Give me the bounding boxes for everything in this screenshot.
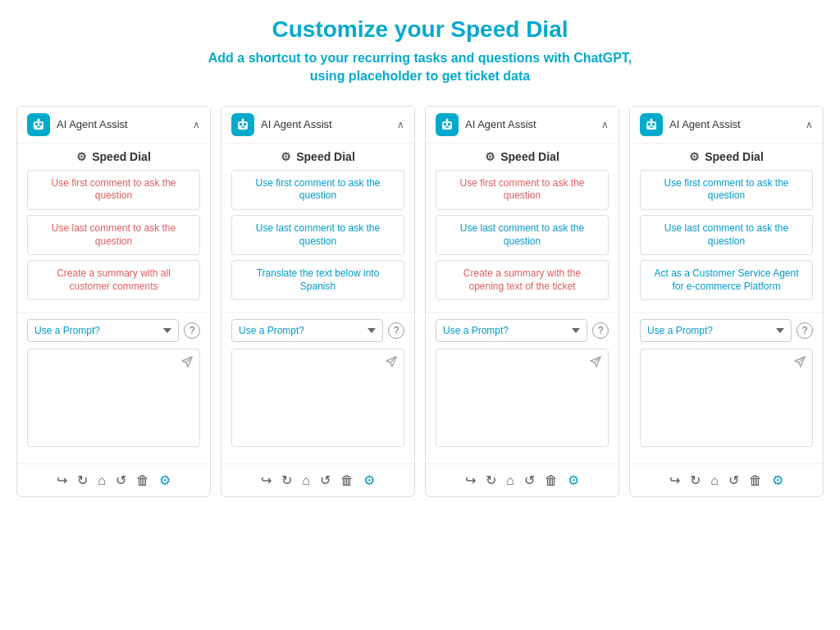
prompt-select[interactable]: Use a Prompt? <box>231 319 383 342</box>
agent-label: AI Agent Assist <box>669 118 741 130</box>
agent-icon <box>231 113 254 136</box>
speed-dial-section: ⚙Speed DialUse first comment to ask the … <box>630 144 823 313</box>
history-button[interactable]: ↺ <box>727 471 741 490</box>
speed-dial-section: ⚙Speed DialUse first comment to ask the … <box>17 144 210 313</box>
refresh-button[interactable]: ↻ <box>75 471 89 490</box>
delete-button[interactable]: 🗑 <box>339 472 355 490</box>
settings-button[interactable]: ⚙ <box>770 471 785 490</box>
forward-button[interactable]: ↪ <box>55 471 69 490</box>
action-bar: ↪↻⌂↺🗑⚙ <box>17 463 210 496</box>
agent-icon <box>27 113 50 136</box>
home-button[interactable]: ⌂ <box>300 472 312 490</box>
forward-button[interactable]: ↪ <box>668 471 682 490</box>
column-3: AI Agent Assist∧⚙Speed DialUse first com… <box>425 106 619 498</box>
speed-dial-item-2[interactable]: Use last comment to ask the question <box>27 215 200 255</box>
svg-rect-21 <box>650 126 653 128</box>
speed-dial-title: ⚙Speed Dial <box>27 150 200 163</box>
prompt-section: Use a Prompt?? <box>426 313 619 463</box>
page-subtitle: Add a shortcut to your recurring tasks a… <box>16 49 824 86</box>
speed-dial-item-3[interactable]: Create a summary with the opening text o… <box>436 260 609 300</box>
send-icon[interactable] <box>180 355 194 371</box>
prompt-select[interactable]: Use a Prompt? <box>436 319 587 342</box>
svg-rect-0 <box>34 121 43 130</box>
svg-rect-15 <box>445 126 449 128</box>
help-button[interactable]: ? <box>388 322 404 339</box>
svg-rect-8 <box>244 123 246 126</box>
action-bar: ↪↻⌂↺🗑⚙ <box>630 463 823 496</box>
svg-rect-12 <box>442 121 452 130</box>
refresh-button[interactable]: ↻ <box>688 471 702 490</box>
agent-label: AI Agent Assist <box>465 118 536 130</box>
forward-button[interactable]: ↪ <box>463 471 477 490</box>
history-button[interactable]: ↺ <box>523 471 536 490</box>
agent-label: AI Agent Assist <box>261 118 332 130</box>
agent-icon <box>436 113 459 136</box>
help-button[interactable]: ? <box>184 322 200 339</box>
speed-dial-item-2[interactable]: Use last comment to ask the question <box>231 215 404 255</box>
prompt-textarea[interactable] <box>436 349 609 447</box>
collapse-button[interactable]: ∧ <box>397 119 404 130</box>
page-title: Customize your Speed Dial <box>16 16 824 43</box>
history-button[interactable]: ↺ <box>114 471 128 490</box>
speed-dial-item-2[interactable]: Use last comment to ask the question <box>640 215 813 255</box>
settings-button[interactable]: ⚙ <box>158 471 172 490</box>
settings-button[interactable]: ⚙ <box>566 471 581 490</box>
prompt-section: Use a Prompt?? <box>221 313 414 463</box>
svg-rect-20 <box>652 123 655 126</box>
prompt-section: Use a Prompt?? <box>630 313 823 463</box>
delete-button[interactable]: 🗑 <box>135 472 151 490</box>
svg-rect-6 <box>238 121 248 130</box>
gear-icon: ⚙ <box>485 150 495 163</box>
agent-icon <box>640 113 663 136</box>
speed-dial-item-3[interactable]: Translate the text below into Spanish <box>231 260 404 300</box>
prompt-textarea[interactable] <box>640 349 813 447</box>
forward-button[interactable]: ↪ <box>259 471 273 490</box>
column-1: AI Agent Assist∧⚙Speed DialUse first com… <box>16 106 211 498</box>
speed-dial-section: ⚙Speed DialUse first comment to ask the … <box>221 144 414 313</box>
svg-rect-14 <box>448 123 450 126</box>
settings-button[interactable]: ⚙ <box>362 471 377 490</box>
speed-dial-label: Speed Dial <box>500 150 559 163</box>
speed-dial-item-1[interactable]: Use first comment to ask the question <box>640 170 813 210</box>
gear-icon: ⚙ <box>76 150 87 163</box>
svg-rect-2 <box>39 123 42 126</box>
home-button[interactable]: ⌂ <box>504 472 516 490</box>
collapse-button[interactable]: ∧ <box>806 119 813 130</box>
speed-dial-item-1[interactable]: Use first comment to ask the question <box>27 170 200 210</box>
prompt-select[interactable]: Use a Prompt? <box>27 319 179 342</box>
history-button[interactable]: ↺ <box>318 471 332 490</box>
delete-button[interactable]: 🗑 <box>543 472 559 490</box>
send-icon[interactable] <box>385 355 398 371</box>
svg-rect-1 <box>35 123 38 126</box>
speed-dial-item-2[interactable]: Use last comment to ask the question <box>436 215 609 255</box>
delete-button[interactable]: 🗑 <box>747 472 764 490</box>
speed-dial-item-1[interactable]: Use first comment to ask the question <box>436 170 609 210</box>
speed-dial-item-3[interactable]: Create a summary with all customer comme… <box>27 260 200 300</box>
home-button[interactable]: ⌂ <box>709 472 720 490</box>
help-button[interactable]: ? <box>592 322 609 339</box>
refresh-button[interactable]: ↻ <box>484 471 498 490</box>
svg-rect-19 <box>648 123 651 126</box>
home-button[interactable]: ⌂ <box>96 472 107 490</box>
collapse-button[interactable]: ∧ <box>193 119 200 130</box>
prompt-textarea[interactable] <box>27 349 200 447</box>
prompt-select[interactable]: Use a Prompt? <box>640 319 792 342</box>
column-header-1: AI Agent Assist∧ <box>17 107 210 144</box>
refresh-button[interactable]: ↻ <box>280 471 294 490</box>
speed-dial-title: ⚙Speed Dial <box>640 150 813 163</box>
svg-rect-3 <box>37 126 40 128</box>
svg-rect-7 <box>240 123 242 126</box>
columns-container: AI Agent Assist∧⚙Speed DialUse first com… <box>16 106 824 498</box>
speed-dial-label: Speed Dial <box>296 150 355 163</box>
speed-dial-item-1[interactable]: Use first comment to ask the question <box>231 170 404 210</box>
collapse-button[interactable]: ∧ <box>601 119 609 130</box>
help-button[interactable]: ? <box>797 322 813 339</box>
send-icon[interactable] <box>589 355 602 371</box>
speed-dial-item-3[interactable]: Act as a Customer Service Agent for e-co… <box>640 260 813 300</box>
prompt-textarea[interactable] <box>231 349 404 447</box>
speed-dial-section: ⚙Speed DialUse first comment to ask the … <box>426 144 619 313</box>
svg-rect-18 <box>646 121 656 130</box>
speed-dial-label: Speed Dial <box>705 150 764 163</box>
speed-dial-title: ⚙Speed Dial <box>436 150 609 163</box>
send-icon[interactable] <box>793 355 806 371</box>
